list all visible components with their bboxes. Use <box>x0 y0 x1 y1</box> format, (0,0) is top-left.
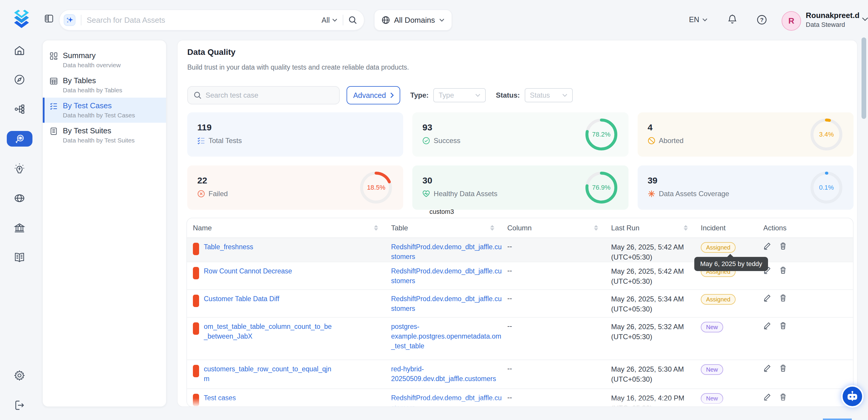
column-value: -- <box>507 266 512 275</box>
sidebar-item-home[interactable] <box>13 44 25 56</box>
test-case-link[interactable]: om_test_table_table_column_count_to_be _… <box>204 322 332 341</box>
search-placeholder[interactable]: Search for Data Assets <box>87 16 321 25</box>
incident-badge[interactable]: New <box>701 364 723 375</box>
delete-icon[interactable] <box>779 266 787 274</box>
edit-icon[interactable] <box>763 322 771 329</box>
test-case-link[interactable]: customers_table_row_count_to_equal_qjn m <box>204 364 331 384</box>
horizontal-scrollbar[interactable] <box>823 419 852 420</box>
sort-icon[interactable] <box>684 225 688 231</box>
chat-assistant-button[interactable] <box>841 385 864 408</box>
table-row[interactable]: customers_table_row_count_to_equal_qjn m… <box>187 360 853 389</box>
test-case-link[interactable]: Table_freshness <box>204 242 253 252</box>
edit-icon[interactable] <box>763 294 771 302</box>
domains-dropdown[interactable]: All Domains <box>374 9 452 31</box>
table-link[interactable]: RedshiftProd.dev.demo_dbt_jaffle.cu stom… <box>391 393 502 407</box>
language-dropdown[interactable]: EN <box>689 16 708 24</box>
test-case-link[interactable]: Row Count Cannot Decrease <box>204 266 292 276</box>
sidebar-item-explore[interactable] <box>13 74 25 86</box>
checklist-icon <box>197 137 205 145</box>
sidebar-toggle-icon[interactable] <box>45 15 53 22</box>
delete-icon[interactable] <box>779 364 787 372</box>
sort-icon[interactable] <box>594 225 598 231</box>
sidebar-item-domains[interactable] <box>13 192 25 204</box>
delete-icon[interactable] <box>779 322 787 329</box>
delete-icon[interactable] <box>779 393 787 401</box>
stat-card-failed: 22 Failed 18.5% <box>187 166 403 210</box>
check-circle-icon <box>422 137 430 145</box>
notifications-bell-icon[interactable] <box>727 14 737 25</box>
checklist-icon <box>50 102 58 110</box>
stat-label: Aborted <box>659 137 684 145</box>
advanced-filter-button[interactable]: Advanced <box>346 86 400 104</box>
sidebar-item-govern[interactable] <box>13 222 25 234</box>
stat-card-success: 93 Success 78.2% <box>412 112 628 157</box>
delete-icon[interactable] <box>779 242 787 250</box>
domains-label: All Domains <box>394 16 435 25</box>
search-icon[interactable] <box>349 16 357 24</box>
chevron-down-icon <box>562 93 567 97</box>
edit-icon[interactable] <box>763 242 771 250</box>
sidebar-item-data-quality[interactable] <box>7 131 32 147</box>
sidebar-item-knowledge-center[interactable] <box>13 251 25 263</box>
menu-item-by-test-suites[interactable]: By Test Suites Data health by Test Suite… <box>43 123 166 148</box>
user-name: Rounakpreet.d <box>806 11 860 20</box>
column-header-table[interactable]: Table <box>384 218 500 238</box>
avatar[interactable]: R <box>782 11 801 31</box>
page-subtitle: Build trust in your data with quality te… <box>187 63 409 71</box>
logout-icon[interactable] <box>13 399 25 411</box>
column-header-last-run[interactable]: Last Run <box>604 218 694 238</box>
user-menu[interactable]: Rounakpreet.d Data Steward <box>806 11 860 29</box>
table-link[interactable]: RedshiftProd.dev.demo_dbt_jaffle.cu stom… <box>391 294 502 313</box>
scrollbar-thumb[interactable] <box>862 37 866 119</box>
app-root: Search for Data Assets All All Domains E… <box>0 0 868 420</box>
asterisk-icon <box>648 190 655 198</box>
column-header-name[interactable]: Name <box>187 218 384 238</box>
menu-item-by-tables[interactable]: By Tables Data health by Tables <box>43 72 166 98</box>
summary-grid-icon <box>50 52 58 60</box>
type-filter-select[interactable]: Type <box>433 88 486 102</box>
menu-item-by-test-cases[interactable]: By Test Cases Data health by Test Cases <box>43 98 166 123</box>
delete-icon[interactable] <box>779 294 787 302</box>
column-header-column[interactable]: Column <box>500 218 604 238</box>
test-case-search-input[interactable]: Search test case <box>187 86 340 104</box>
settings-gear-icon[interactable] <box>13 369 25 381</box>
status-indicator <box>193 394 199 406</box>
table-link[interactable]: RedshiftProd.dev.demo_dbt_jaffle.cu stom… <box>391 266 502 286</box>
incident-badge[interactable]: New <box>701 322 723 332</box>
last-run-value: May 26, 2025, 5:34 AM (UTC+05:30) <box>611 294 684 314</box>
test-case-link[interactable]: Customer Table Data Diff <box>204 294 279 304</box>
globe-icon <box>382 16 390 24</box>
sort-icon[interactable] <box>490 225 494 231</box>
search-scope-dropdown[interactable]: All <box>321 16 337 25</box>
stat-label: Success <box>434 137 460 145</box>
table-row[interactable]: Test cases RedshiftProd.dev.demo_dbt_jaf… <box>187 389 853 407</box>
status-filter-select[interactable]: Status <box>525 88 573 102</box>
aborted-ring-chart: 3.4% <box>810 118 843 151</box>
chevron-down-icon[interactable] <box>862 17 868 21</box>
incident-badge[interactable]: Assigned <box>701 242 736 253</box>
edit-icon[interactable] <box>763 364 771 372</box>
column-value: -- <box>507 242 512 250</box>
collate-logo-icon[interactable] <box>12 9 31 28</box>
sort-icon[interactable] <box>374 225 378 231</box>
table-link[interactable]: postgres- example.postgres.openmetadata.… <box>391 322 501 351</box>
global-search[interactable]: Search for Data Assets All <box>59 9 365 31</box>
menu-item-summary[interactable]: Summary Data health overview <box>43 48 166 72</box>
table-link[interactable]: red-hybrid- 20250509.dev.dbt_jaffle.cust… <box>391 364 496 384</box>
help-icon[interactable]: ? <box>757 15 767 25</box>
main-content: Data Quality Build trust in your data wi… <box>177 40 858 407</box>
last-run-value: May 26, 2025, 5:42 AM (UTC+05:30) <box>611 242 684 262</box>
table-row[interactable]: om_test_table_table_column_count_to_be _… <box>187 318 853 360</box>
test-case-link[interactable]: Test cases <box>204 393 236 403</box>
sidebar-item-insights[interactable] <box>13 163 25 175</box>
incident-badge[interactable]: Assigned <box>701 294 736 305</box>
stat-label: Data Assets Coverage <box>659 190 730 198</box>
table-link[interactable]: RedshiftProd.dev.demo_dbt_jaffle.cu stom… <box>391 242 502 262</box>
incident-badge[interactable]: New <box>701 393 723 404</box>
sidebar-item-data-assets[interactable] <box>13 103 25 115</box>
coverage-ring-chart: 0.1% <box>810 171 843 204</box>
edit-icon[interactable] <box>763 393 771 401</box>
slash-circle-icon <box>648 137 655 145</box>
table-row[interactable]: Customer Table Data Diff RedshiftProd.de… <box>187 290 853 318</box>
menu-item-title: By Test Suites <box>63 126 135 135</box>
